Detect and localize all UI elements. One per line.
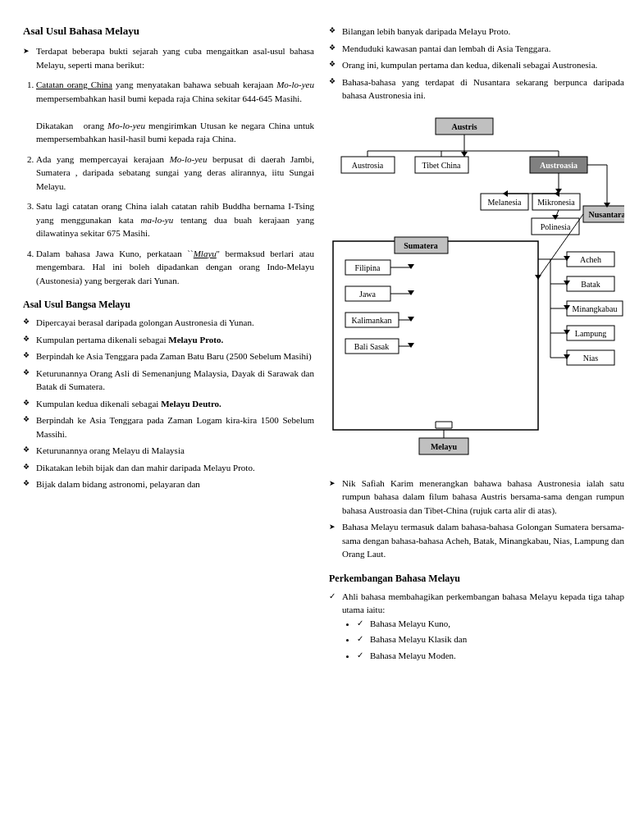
- bangsa-list: Dipercayai berasal daripada golongan Aus…: [23, 316, 314, 491]
- perk-check-item: Ahli bahasa membahagikan perkembangan ba…: [329, 590, 624, 663]
- diagram-svg: Austris Austrosia Tibet China Austroasia: [329, 114, 624, 467]
- perk-check-list: Ahli bahasa membahagikan perkembangan ba…: [329, 590, 624, 663]
- svg-text:Minangkabau: Minangkabau: [573, 304, 618, 313]
- left-column: Asal Usul Bahasa Melayu Terdapat beberap…: [23, 25, 314, 673]
- title-bahasa: Asal Usul Bahasa Melayu: [23, 25, 314, 38]
- nik-item-2: Bahasa Melayu termasuk dalam bahasa-baha…: [329, 520, 624, 561]
- bangsa-item-9: Bijak dalam bidang astronomi, pelayaran …: [23, 477, 314, 491]
- item3-text: Satu lagi catatan orang China ialah cata…: [36, 201, 314, 238]
- svg-text:Tibet China: Tibet China: [422, 161, 461, 170]
- svg-text:Austrosia: Austrosia: [352, 161, 384, 170]
- svg-text:Kalimankan: Kalimankan: [352, 316, 392, 325]
- language-diagram: Austris Austrosia Tibet China Austroasia: [329, 114, 624, 468]
- svg-text:Nusantara: Nusantara: [588, 210, 624, 219]
- diamond-item-2: Menduduki kawasan pantai dan lembah di A…: [329, 42, 624, 56]
- perk-bullet-list: Bahasa Melayu Kuno, Bahasa Melayu Klasik…: [357, 617, 624, 663]
- diamond-item-4: Bahasa-bahasa yang terdapat di Nusantara…: [329, 75, 624, 103]
- svg-text:Filipina: Filipina: [354, 263, 381, 272]
- item1-continuation: Dikatakan orang Mo-lo-yeu mengirimkan Ut…: [36, 121, 314, 144]
- nik-item-1: Nik Safiah Karim menerangkan bahawa baha…: [329, 477, 624, 518]
- title-perkembangan: Perkembangan Bahasa Melayu: [329, 573, 624, 585]
- svg-text:Melayu: Melayu: [431, 442, 458, 451]
- bangsa-item-3: Berpindah ke Asia Tenggara pada Zaman Ba…: [23, 349, 314, 363]
- intro-list: Terdapat beberapa bukti sejarah yang cub…: [23, 44, 314, 71]
- diamond-item-1: Bilangan lebih banyak daripada Melayu Pr…: [329, 25, 624, 39]
- bangsa-item-2: Kumpulan pertama dikenali sebagai Melayu…: [23, 333, 314, 347]
- svg-text:Bali Sasak: Bali Sasak: [354, 342, 390, 351]
- item1-underline: Catatan orang China: [36, 80, 112, 89]
- item4-text: Dalam bahasa Jawa Kuno, perkataan ``Mlay…: [36, 249, 314, 285]
- intro-text: Terdapat beberapa bukti sejarah yang cub…: [36, 46, 314, 70]
- bangsa-item-4: Keturunannya Orang Asli di Semenanjung M…: [23, 367, 314, 394]
- section-bahasa: Asal Usul Bahasa Melayu Terdapat beberap…: [23, 25, 314, 287]
- bangsa-item-8: Dikatakan lebih bijak dan dan mahir dari…: [23, 461, 314, 475]
- perk-bullet-1: Bahasa Melayu Kuno,: [357, 617, 624, 631]
- numbered-item-4: Dalam bahasa Jawa Kuno, perkataan ``Mlay…: [36, 247, 314, 288]
- perk-bullet-3: Bahasa Melayu Moden.: [357, 649, 624, 663]
- perk-intro-text: Ahli bahasa membahagikan perkembangan ba…: [342, 591, 624, 615]
- diamond-top-list: Bilangan lebih banyak daripada Melayu Pr…: [329, 25, 624, 103]
- numbered-list: Catatan orang China yang menyatakan baha…: [36, 78, 314, 287]
- item2-italic: Mo-lo-yeu: [170, 154, 208, 164]
- bangsa-item-7: Keturunannya orang Melayu di Malaysia: [23, 444, 314, 458]
- svg-text:Acheh: Acheh: [580, 255, 601, 264]
- svg-text:Austris: Austris: [451, 122, 477, 131]
- svg-text:Austroasia: Austroasia: [540, 161, 578, 170]
- svg-text:Batak: Batak: [581, 280, 600, 289]
- svg-text:Melanesia: Melanesia: [487, 198, 522, 207]
- numbered-item-1: Catatan orang China yang menyatakan baha…: [36, 78, 314, 146]
- svg-text:Sumatera: Sumatera: [404, 241, 438, 250]
- svg-text:Mikronesia: Mikronesia: [537, 198, 575, 207]
- item1-text: Catatan orang China yang menyatakan baha…: [36, 80, 314, 103]
- section-perkembangan: Perkembangan Bahasa Melayu Ahli bahasa m…: [329, 573, 624, 663]
- item1-italic1: Mo-lo-yeu: [276, 80, 314, 89]
- section-diamond-top: Bilangan lebih banyak daripada Melayu Pr…: [329, 25, 624, 103]
- svg-text:Polinesia: Polinesia: [541, 222, 571, 231]
- item3-italic: ma-lo-yu: [141, 215, 174, 225]
- svg-text:Nias: Nias: [583, 354, 598, 363]
- nik-safiah-list: Nik Safiah Karim menerangkan bahawa baha…: [329, 477, 624, 561]
- svg-text:Jawa: Jawa: [359, 290, 377, 299]
- melayu-deutro: Melayu Deutro.: [161, 399, 221, 409]
- item2-text: Ada yang mempercayai kerajaan Mo-lo-yeu …: [36, 154, 314, 191]
- diamond-item-3: Orang ini, kumpulan pertama dan kedua, d…: [329, 58, 624, 72]
- perk-bullet-2: Bahasa Melayu Klasik dan: [357, 632, 624, 646]
- melayu-proto: Melayu Proto.: [168, 335, 223, 345]
- bangsa-item-1: Dipercayai berasal daripada golongan Aus…: [23, 316, 314, 330]
- right-column: Bilangan lebih banyak daripada Melayu Pr…: [329, 25, 624, 673]
- bangsa-item-6: Berpindah ke Asia Tenggara pada Zaman Lo…: [23, 413, 314, 441]
- item4-italic: Mlayu: [194, 249, 217, 258]
- svg-text:Lampung: Lampung: [575, 329, 606, 338]
- bangsa-item-5: Kumpulan kedua dikenali sebagai Melayu D…: [23, 397, 314, 411]
- section-nik-safiah: Nik Safiah Karim menerangkan bahawa baha…: [329, 477, 624, 561]
- item1-italic2: Mo-lo-yeu: [107, 121, 145, 130]
- numbered-item-2: Ada yang mempercayai kerajaan Mo-lo-yeu …: [36, 153, 314, 194]
- section-bangsa: Asal Usul Bangsa Melayu Dipercayai beras…: [23, 299, 314, 491]
- intro-item: Terdapat beberapa bukti sejarah yang cub…: [23, 44, 314, 71]
- numbered-item-3: Satu lagi catatan orang China ialah cata…: [36, 199, 314, 240]
- title-bangsa: Asal Usul Bangsa Melayu: [23, 299, 314, 311]
